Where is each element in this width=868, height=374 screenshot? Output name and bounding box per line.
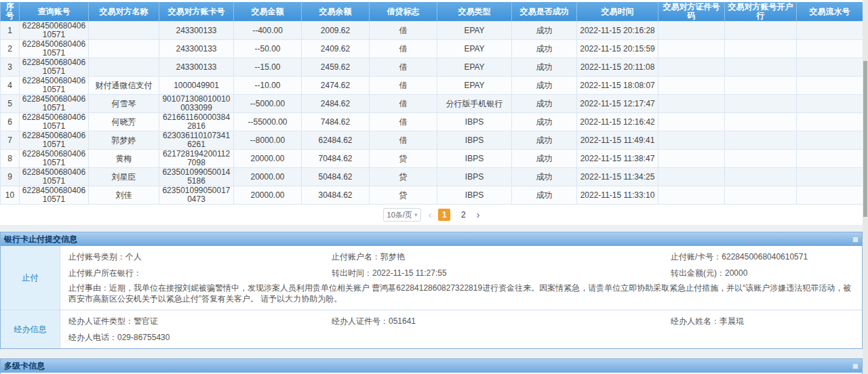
table-cell [797, 77, 863, 95]
table-cell [725, 113, 797, 131]
multi-card-panel: 多级卡信息 序号级别止付类型所属机构账号余额止付结果录入人录入单位录入时间 1一… [0, 358, 863, 374]
page-button-2[interactable]: 2 [457, 209, 469, 221]
table-cell: 贷 [370, 186, 437, 205]
table-cell: 2022-11-15 20:15:59 [577, 40, 658, 58]
table-row: 76228450068040610571郭梦婷62303611010734162… [1, 131, 863, 150]
stop-payment-reason: 止付事由：近期，我单位在接报刘妮被骗警情中，发现涉案人员利用贵单位相关账户 曹鸿… [68, 281, 854, 307]
table-cell: 1000049901 [159, 77, 234, 95]
scrollbar-thumb[interactable] [863, 61, 867, 217]
table-cell: 6228450068040610571 [20, 40, 89, 58]
table-cell: 2009.62 [302, 22, 370, 40]
table-row: 56228450068040610571何雪琴90107130801001000… [1, 95, 863, 113]
table-cell: 成功 [512, 150, 577, 168]
table-cell [797, 95, 863, 113]
table-cell: --5000.00 [234, 95, 302, 113]
table-cell: EPAY [437, 77, 512, 95]
table-row: 66228450068040610571何晓芳62166116000038428… [1, 113, 863, 131]
field-handler-id-number: 经办人证件号：051641 [332, 316, 671, 327]
table-cell [797, 131, 863, 150]
table-cell: 6235010990500145186 [159, 168, 234, 186]
table-cell: IBPS [437, 131, 512, 150]
table-cell [725, 95, 797, 113]
transactions-block: 序号查询账号交易对方名称交易对方账卡号交易金额交易余额借贷标志交易类型交易是否成… [0, 0, 863, 225]
field-account-type: 止付账号类别：个人 [68, 251, 332, 263]
page-size-select[interactable]: 10条/页 ▾ [383, 208, 422, 222]
table-cell: 6228450068040610571 [20, 150, 89, 168]
table-cell: IBPS [437, 113, 512, 131]
table-cell: 20000.00 [234, 168, 302, 186]
table-cell: 2022-11-15 12:17:47 [577, 95, 658, 113]
table-cell: 2459.62 [302, 58, 370, 77]
table-cell: 借 [370, 58, 437, 77]
table-cell: 借 [370, 131, 437, 150]
table-cell: 2022-11-15 12:16:42 [577, 113, 658, 131]
field-transfer-time: 转出时间：2022-11-15 11:27:55 [332, 268, 671, 279]
table-cell: 成功 [512, 95, 577, 113]
table-cell [725, 186, 797, 205]
page-root: 序号查询账号交易对方名称交易对方账卡号交易金额交易余额借贷标志交易类型交易是否成… [0, 0, 863, 374]
table-cell: 贷 [370, 150, 437, 168]
table-cell: 2022-11-15 11:49:41 [577, 131, 658, 150]
table-cell [725, 58, 797, 77]
table-cell: 刘佳 [89, 186, 159, 205]
table-cell: 4 [1, 77, 20, 95]
table-row: 46228450068040610571财付通微信支付1000049901--1… [1, 77, 863, 95]
table-cell: 70484.62 [302, 150, 370, 168]
stop-payment-group: 止付 止付账号类别：个人 止付账户名：郭梦艳 止付账/卡号：6228450068… [1, 246, 862, 310]
table-cell [658, 150, 725, 168]
table-cell: 20000.00 [234, 150, 302, 168]
table-cell: 2022-11-15 20:16:28 [577, 22, 658, 40]
column-header: 交易对方账卡号 [159, 2, 234, 22]
field-row: 经办人电话：029-86755430 [68, 329, 854, 346]
handler-group: 经办信息 经办人证件类型：警官证 经办人证件号：051641 经办人姓名：李晨琨… [1, 310, 862, 348]
table-cell: 成功 [512, 58, 577, 77]
table-cell: 郭梦婷 [89, 131, 159, 150]
table-cell: 成功 [512, 113, 577, 131]
stop-payment-panel: 银行卡止付提交信息 止付 止付账号类别：个人 止付账户名：郭梦艳 止付账/卡号：… [0, 232, 863, 349]
table-cell [797, 168, 863, 186]
table-cell: 6228450068040610571 [20, 58, 89, 77]
prev-page-button[interactable]: ‹ [428, 209, 431, 221]
table-cell [725, 168, 797, 186]
table-cell: 借 [370, 40, 437, 58]
table-cell: --400.00 [234, 22, 302, 40]
table-cell: 2409.62 [302, 40, 370, 58]
table-cell [725, 22, 797, 40]
table-cell: 1 [1, 22, 20, 40]
group-label-stop-payment: 止付 [1, 246, 60, 310]
table-cell: 何雪琴 [89, 95, 159, 113]
group-label-handler: 经办信息 [1, 310, 60, 348]
pagination: 10条/页 ▾ ‹ 1 2 › [0, 205, 863, 225]
table-cell: 成功 [512, 22, 577, 40]
collapse-icon[interactable] [852, 363, 859, 369]
field-row: 经办人证件类型：警官证 经办人证件号：051641 经办人姓名：李晨琨 [68, 313, 854, 329]
table-cell [658, 95, 725, 113]
table-cell [658, 113, 725, 131]
column-header: 查询账号 [20, 2, 89, 22]
table-cell: 7 [1, 131, 20, 150]
column-header: 交易类型 [437, 2, 512, 22]
table-cell: 243300133 [159, 58, 234, 77]
table-cell [725, 131, 797, 150]
table-cell [658, 186, 725, 205]
page-button-1[interactable]: 1 [438, 209, 450, 221]
table-cell: 6228450068040610571 [20, 168, 89, 186]
next-page-button[interactable]: › [476, 209, 479, 221]
table-cell: 贷 [370, 168, 437, 186]
column-header: 交易对方名称 [89, 2, 159, 22]
table-cell [725, 40, 797, 58]
field-row: 止付账户所在银行： 转出时间：2022-11-15 11:27:55 转出金额(… [68, 265, 854, 281]
field-handler-id-type: 经办人证件类型：警官证 [68, 316, 332, 327]
collapse-icon[interactable] [852, 236, 859, 243]
table-cell: 8 [1, 150, 20, 168]
field-handler-name: 经办人姓名：李晨琨 [671, 316, 854, 327]
table-cell [89, 22, 159, 40]
table-row: 16228450068040610571243300133--400.00200… [1, 22, 863, 40]
page-size-label: 10条/页 [387, 210, 412, 220]
table-cell: 7484.62 [302, 113, 370, 131]
column-header: 交易时间 [577, 2, 658, 22]
scrollbar-track[interactable] [863, 0, 868, 374]
table-cell: 6216611600003842816 [159, 113, 234, 131]
table-cell: 2484.62 [302, 95, 370, 113]
table-cell: 6228450068040610571 [20, 186, 89, 205]
